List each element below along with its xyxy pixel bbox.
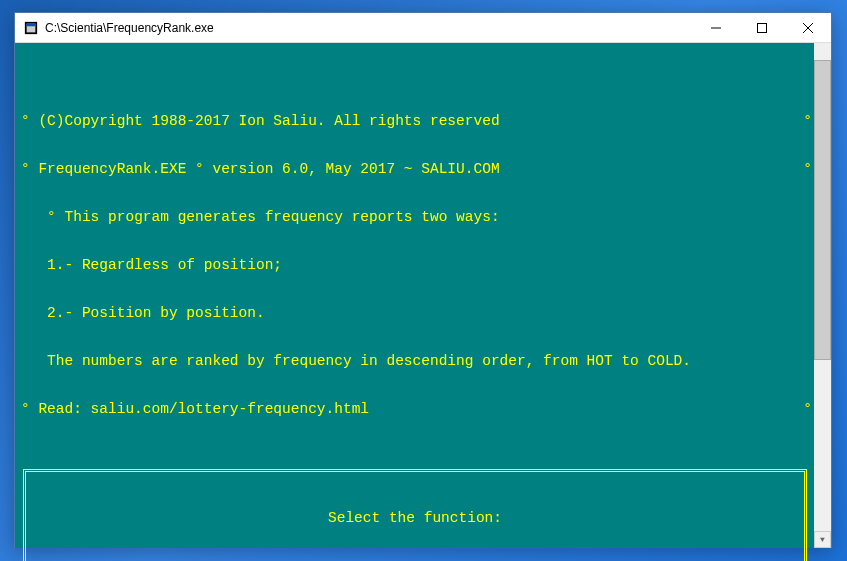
window-title: C:\Scientia\FrequencyRank.exe — [45, 21, 693, 35]
opt2-line: 2.- Position by position. — [47, 305, 265, 321]
opt1-line: 1.- Regardless of position; — [47, 257, 282, 273]
degree-mark: ° — [803, 161, 812, 177]
degree-mark: ° — [803, 401, 812, 417]
degree-mark: ° — [803, 113, 812, 129]
svg-rect-4 — [758, 23, 767, 32]
console-area: ° (C)Copyright 1988-2017 Ion Saliu. All … — [15, 43, 831, 548]
desc-line: This program generates frequency reports… — [65, 209, 500, 225]
minimize-button[interactable] — [693, 13, 739, 42]
window-controls — [693, 13, 831, 42]
degree-mark: ° — [21, 113, 30, 129]
degree-mark: ° — [47, 209, 56, 225]
program-line: FrequencyRank.EXE ° version 6.0, May 201… — [38, 161, 499, 177]
menu-title: Select the function: — [26, 504, 804, 534]
menu-box: Select the function: 2Pick 2 (2-digit lo… — [23, 469, 807, 561]
minimize-icon — [711, 23, 721, 33]
maximize-icon — [757, 23, 767, 33]
vertical-scrollbar[interactable]: ▲ ▼ — [814, 43, 831, 548]
close-button[interactable] — [785, 13, 831, 42]
degree-mark: ° — [21, 401, 30, 417]
app-window: C:\Scientia\FrequencyRank.exe ° (C)Copyr… — [14, 12, 832, 548]
copyright-line: (C)Copyright 1988-2017 Ion Saliu. All ri… — [38, 113, 499, 129]
scroll-down-button[interactable]: ▼ — [814, 531, 831, 548]
app-icon — [23, 20, 39, 36]
degree-mark: ° — [21, 161, 30, 177]
read-line: Read: saliu.com/lottery-frequency.html — [38, 401, 369, 417]
scrollbar-thumb[interactable] — [814, 60, 831, 360]
ranked-line: The numbers are ranked by frequency in d… — [47, 353, 691, 369]
svg-rect-2 — [27, 23, 36, 26]
titlebar[interactable]: C:\Scientia\FrequencyRank.exe — [15, 13, 831, 43]
maximize-button[interactable] — [739, 13, 785, 42]
close-icon — [803, 23, 813, 33]
